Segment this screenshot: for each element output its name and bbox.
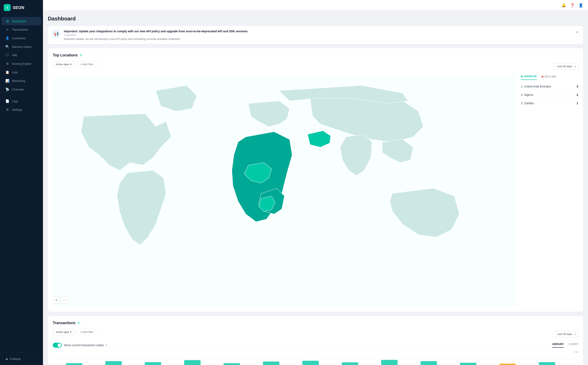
sidebar-item-label: AML	[12, 54, 18, 57]
transactions-add-filter-button[interactable]: + Add Filter	[77, 329, 96, 335]
date-range-select[interactable]: Last 30 days	[554, 63, 578, 70]
dashboard-icon: ⊞	[5, 19, 9, 23]
transactions-chart	[53, 351, 578, 365]
sidebar-item-manual-lookup[interactable]: 🔍 Manual Lookup	[2, 42, 41, 51]
svg-rect-10	[302, 361, 319, 365]
svg-rect-11	[342, 362, 358, 365]
svg-rect-6	[145, 362, 161, 365]
sidebar-item-label: Channels	[12, 88, 24, 91]
alert-date: 11/20/2023	[64, 34, 572, 37]
settings-icon: ⚙	[5, 108, 9, 112]
sidebar-item-label: Lists	[12, 71, 18, 74]
svg-rect-12	[381, 360, 398, 365]
alert-icon-wrap: 📢	[52, 30, 61, 38]
transactions-date-wrapper: Last 30 days	[554, 331, 578, 337]
alert-close-button[interactable]: ✕	[575, 30, 579, 35]
sidebar-item-transactions[interactable]: ≡ Transactions	[2, 26, 41, 34]
sidebar-item-label: Transactions	[12, 28, 28, 31]
action-type-filter-button[interactable]: Action type ▾	[53, 61, 75, 67]
toggle-label: Show current transaction states	[64, 344, 104, 347]
map-controls: + -	[53, 297, 67, 304]
svg-rect-16	[539, 362, 555, 365]
sidebar-item-label: Logs	[12, 99, 18, 103]
sidebar-item-settings[interactable]: ⚙ Settings	[2, 105, 41, 114]
card-title-row: Top Locations ↻	[53, 53, 82, 57]
info-icon[interactable]: ℹ	[106, 344, 107, 347]
app-logo[interactable]: S SEON	[0, 0, 43, 15]
transactions-title-row: Transactions ↻	[53, 321, 80, 325]
sidebar-item-monitoring[interactable]: 📊 Monitoring	[2, 77, 41, 85]
aml-icon: 🛡	[5, 53, 9, 57]
transactions-date-select[interactable]: Last 30 days	[554, 331, 578, 337]
approve-tab-label: APPROVE	[524, 75, 537, 78]
decline-dot	[542, 76, 543, 77]
transaction-states-toggle[interactable]	[53, 343, 62, 348]
channels-icon: 📡	[5, 87, 9, 91]
top-locations-card: Top Locations ↻ Action type ▾ + Add Filt…	[48, 48, 583, 312]
sidebar-item-aml[interactable]: 🛡 AML	[2, 51, 41, 59]
zoom-in-button[interactable]: +	[53, 297, 60, 304]
transactions-title: Transactions	[53, 321, 75, 325]
logo-icon: S	[4, 4, 11, 11]
add-filter-label: + Add Filter	[80, 63, 93, 66]
sidebar: S SEON ⊞ Dashboard ≡ Transactions 👤 Cust…	[0, 0, 43, 365]
svg-rect-13	[421, 361, 437, 365]
sidebar-item-label: Monitoring	[12, 79, 25, 83]
approve-dot	[521, 76, 523, 77]
date-range-wrapper: Last 30 days	[554, 63, 578, 70]
toggle-row: Show current transaction states ℹ AMOUNT…	[53, 343, 578, 348]
transactions-card: Transactions ↻ Action type ▾ + Add Filte…	[48, 316, 583, 365]
approve-tab[interactable]: APPROVE	[521, 75, 537, 80]
sidebar-item-label: Settings	[12, 108, 22, 111]
notification-icon[interactable]: 🔔	[561, 3, 566, 7]
main-content: Dashboard 📢 Important: Update your integ…	[43, 11, 588, 365]
count-tab[interactable]: COUNT	[569, 343, 578, 348]
location-rank-2: 2. Nigeria	[521, 93, 533, 97]
sidebar-item-customers[interactable]: 👤 Customers	[2, 34, 41, 42]
logs-icon: 📄	[5, 99, 9, 103]
map-panel-row: + - APPROVE DECLINE	[53, 75, 578, 307]
manual-lookup-icon: 🔍	[5, 45, 9, 49]
amount-tab[interactable]: AMOUNT	[552, 343, 564, 348]
chart-yaxis: 1.5K	[573, 351, 578, 353]
svg-rect-8	[224, 363, 240, 365]
top-locations-filters: Action type ▾ + Add Filter	[53, 61, 96, 67]
sidebar-item-logs[interactable]: 📄 Logs	[2, 97, 41, 105]
world-map	[53, 75, 516, 307]
sidebar-item-label: Manual Lookup	[12, 45, 31, 49]
sidebar-item-lists[interactable]: 📋 Lists	[2, 68, 41, 77]
transactions-action-type-button[interactable]: Action type ▾	[53, 329, 75, 335]
topbar: 🔔 ❓ 👤	[43, 0, 588, 11]
alert-content: Important: Update your integrations to c…	[64, 30, 572, 41]
customers-icon: 👤	[5, 36, 9, 40]
sidebar-item-channels[interactable]: 📡 Channels	[2, 85, 41, 94]
main-area: 🔔 ❓ 👤 Dashboard 📢 Important: Update your…	[43, 0, 588, 365]
location-item-1: 1. United Arab Emirates 3	[521, 82, 578, 91]
location-item-2: 2. Nigeria 2	[521, 91, 578, 99]
help-icon[interactable]: ❓	[570, 3, 574, 7]
monitoring-icon: 📊	[5, 79, 9, 83]
svg-rect-14	[460, 363, 476, 365]
zoom-out-button[interactable]: -	[61, 297, 67, 304]
top-locations-title: Top Locations	[53, 53, 78, 57]
decline-tab[interactable]: DECLINE	[542, 75, 556, 80]
svg-rect-9	[263, 362, 279, 365]
action-type-filter-label: Action type	[56, 330, 69, 334]
transactions-card-header: Transactions ↻	[53, 321, 578, 325]
alert-banner: 📢 Important: Update your integrations to…	[48, 26, 583, 44]
chart-area: 1.5K	[53, 351, 578, 365]
collapse-button[interactable]: ◀ Collapse	[2, 355, 41, 363]
add-filter-button[interactable]: + Add Filter	[77, 61, 96, 67]
location-count-1: 3	[577, 85, 578, 88]
sidebar-item-label: Dashboard	[12, 20, 26, 23]
transactions-refresh-icon[interactable]: ↻	[78, 321, 80, 325]
sidebar-item-scoring-engine[interactable]: ⚙ Scoring Engine	[2, 59, 41, 68]
sidebar-bottom: ◀ Collapse	[0, 352, 43, 365]
sidebar-item-dashboard[interactable]: ⊞ Dashboard	[2, 17, 41, 25]
top-locations-refresh-icon[interactable]: ↻	[80, 53, 82, 57]
alert-description: Important update: we are introducing a n…	[64, 37, 572, 41]
decline-tab-label: DECLINE	[545, 75, 556, 78]
location-count-2: 2	[577, 93, 578, 97]
user-icon[interactable]: 👤	[579, 3, 583, 7]
svg-rect-7	[184, 360, 201, 365]
